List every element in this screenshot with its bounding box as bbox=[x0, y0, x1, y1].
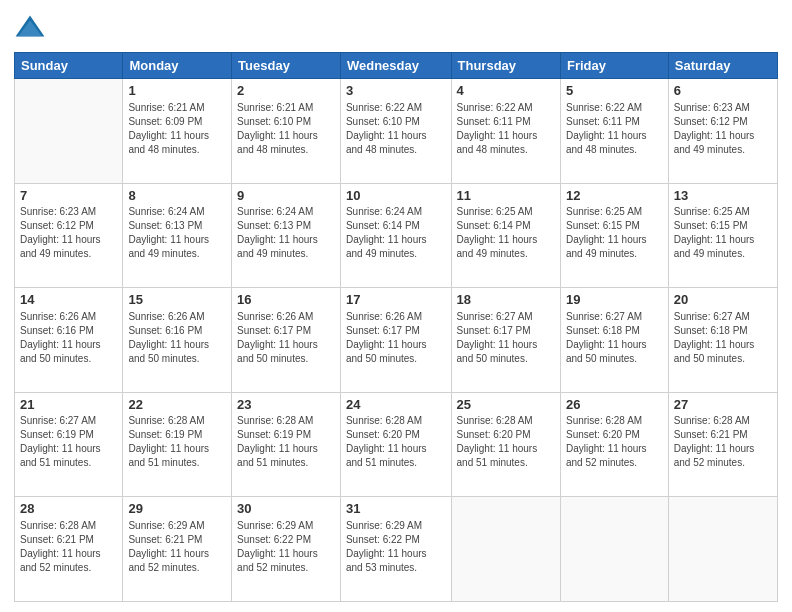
day-info: Sunrise: 6:26 AM Sunset: 6:16 PM Dayligh… bbox=[128, 310, 226, 366]
day-info: Sunrise: 6:23 AM Sunset: 6:12 PM Dayligh… bbox=[20, 205, 117, 261]
calendar-cell: 5Sunrise: 6:22 AM Sunset: 6:11 PM Daylig… bbox=[560, 79, 668, 184]
calendar-cell: 31Sunrise: 6:29 AM Sunset: 6:22 PM Dayli… bbox=[340, 497, 451, 602]
day-info: Sunrise: 6:25 AM Sunset: 6:15 PM Dayligh… bbox=[566, 205, 663, 261]
day-info: Sunrise: 6:26 AM Sunset: 6:17 PM Dayligh… bbox=[346, 310, 446, 366]
calendar-cell: 28Sunrise: 6:28 AM Sunset: 6:21 PM Dayli… bbox=[15, 497, 123, 602]
week-row-3: 21Sunrise: 6:27 AM Sunset: 6:19 PM Dayli… bbox=[15, 392, 778, 497]
day-number: 17 bbox=[346, 291, 446, 309]
calendar-cell: 21Sunrise: 6:27 AM Sunset: 6:19 PM Dayli… bbox=[15, 392, 123, 497]
day-number: 23 bbox=[237, 396, 335, 414]
day-info: Sunrise: 6:24 AM Sunset: 6:13 PM Dayligh… bbox=[237, 205, 335, 261]
day-info: Sunrise: 6:25 AM Sunset: 6:15 PM Dayligh… bbox=[674, 205, 772, 261]
day-number: 3 bbox=[346, 82, 446, 100]
calendar-cell: 7Sunrise: 6:23 AM Sunset: 6:12 PM Daylig… bbox=[15, 183, 123, 288]
day-info: Sunrise: 6:23 AM Sunset: 6:12 PM Dayligh… bbox=[674, 101, 772, 157]
col-header-monday: Monday bbox=[123, 53, 232, 79]
day-info: Sunrise: 6:27 AM Sunset: 6:18 PM Dayligh… bbox=[566, 310, 663, 366]
day-number: 13 bbox=[674, 187, 772, 205]
day-info: Sunrise: 6:29 AM Sunset: 6:22 PM Dayligh… bbox=[237, 519, 335, 575]
day-info: Sunrise: 6:28 AM Sunset: 6:19 PM Dayligh… bbox=[237, 414, 335, 470]
calendar-cell: 17Sunrise: 6:26 AM Sunset: 6:17 PM Dayli… bbox=[340, 288, 451, 393]
day-number: 4 bbox=[457, 82, 555, 100]
calendar-cell: 1Sunrise: 6:21 AM Sunset: 6:09 PM Daylig… bbox=[123, 79, 232, 184]
day-number: 25 bbox=[457, 396, 555, 414]
calendar-cell: 8Sunrise: 6:24 AM Sunset: 6:13 PM Daylig… bbox=[123, 183, 232, 288]
calendar-cell: 22Sunrise: 6:28 AM Sunset: 6:19 PM Dayli… bbox=[123, 392, 232, 497]
col-header-wednesday: Wednesday bbox=[340, 53, 451, 79]
col-header-tuesday: Tuesday bbox=[232, 53, 341, 79]
week-row-4: 28Sunrise: 6:28 AM Sunset: 6:21 PM Dayli… bbox=[15, 497, 778, 602]
calendar-cell: 20Sunrise: 6:27 AM Sunset: 6:18 PM Dayli… bbox=[668, 288, 777, 393]
week-row-2: 14Sunrise: 6:26 AM Sunset: 6:16 PM Dayli… bbox=[15, 288, 778, 393]
calendar-cell bbox=[668, 497, 777, 602]
calendar-cell: 18Sunrise: 6:27 AM Sunset: 6:17 PM Dayli… bbox=[451, 288, 560, 393]
day-number: 18 bbox=[457, 291, 555, 309]
day-info: Sunrise: 6:21 AM Sunset: 6:10 PM Dayligh… bbox=[237, 101, 335, 157]
week-row-0: 1Sunrise: 6:21 AM Sunset: 6:09 PM Daylig… bbox=[15, 79, 778, 184]
calendar-cell: 11Sunrise: 6:25 AM Sunset: 6:14 PM Dayli… bbox=[451, 183, 560, 288]
header bbox=[14, 10, 778, 46]
day-info: Sunrise: 6:22 AM Sunset: 6:11 PM Dayligh… bbox=[566, 101, 663, 157]
day-number: 26 bbox=[566, 396, 663, 414]
day-number: 15 bbox=[128, 291, 226, 309]
day-info: Sunrise: 6:21 AM Sunset: 6:09 PM Dayligh… bbox=[128, 101, 226, 157]
day-info: Sunrise: 6:28 AM Sunset: 6:20 PM Dayligh… bbox=[566, 414, 663, 470]
logo-icon bbox=[14, 14, 46, 46]
day-number: 6 bbox=[674, 82, 772, 100]
day-info: Sunrise: 6:22 AM Sunset: 6:11 PM Dayligh… bbox=[457, 101, 555, 157]
day-number: 27 bbox=[674, 396, 772, 414]
calendar-cell: 24Sunrise: 6:28 AM Sunset: 6:20 PM Dayli… bbox=[340, 392, 451, 497]
day-number: 21 bbox=[20, 396, 117, 414]
day-number: 30 bbox=[237, 500, 335, 518]
day-number: 28 bbox=[20, 500, 117, 518]
week-row-1: 7Sunrise: 6:23 AM Sunset: 6:12 PM Daylig… bbox=[15, 183, 778, 288]
day-info: Sunrise: 6:27 AM Sunset: 6:19 PM Dayligh… bbox=[20, 414, 117, 470]
day-info: Sunrise: 6:29 AM Sunset: 6:21 PM Dayligh… bbox=[128, 519, 226, 575]
calendar-cell: 26Sunrise: 6:28 AM Sunset: 6:20 PM Dayli… bbox=[560, 392, 668, 497]
day-info: Sunrise: 6:26 AM Sunset: 6:17 PM Dayligh… bbox=[237, 310, 335, 366]
day-info: Sunrise: 6:28 AM Sunset: 6:19 PM Dayligh… bbox=[128, 414, 226, 470]
day-number: 9 bbox=[237, 187, 335, 205]
day-number: 14 bbox=[20, 291, 117, 309]
calendar-cell: 25Sunrise: 6:28 AM Sunset: 6:20 PM Dayli… bbox=[451, 392, 560, 497]
calendar-cell: 30Sunrise: 6:29 AM Sunset: 6:22 PM Dayli… bbox=[232, 497, 341, 602]
calendar-cell: 16Sunrise: 6:26 AM Sunset: 6:17 PM Dayli… bbox=[232, 288, 341, 393]
calendar-cell: 6Sunrise: 6:23 AM Sunset: 6:12 PM Daylig… bbox=[668, 79, 777, 184]
day-number: 16 bbox=[237, 291, 335, 309]
day-info: Sunrise: 6:27 AM Sunset: 6:17 PM Dayligh… bbox=[457, 310, 555, 366]
day-info: Sunrise: 6:26 AM Sunset: 6:16 PM Dayligh… bbox=[20, 310, 117, 366]
day-info: Sunrise: 6:22 AM Sunset: 6:10 PM Dayligh… bbox=[346, 101, 446, 157]
day-number: 12 bbox=[566, 187, 663, 205]
calendar-table: SundayMondayTuesdayWednesdayThursdayFrid… bbox=[14, 52, 778, 602]
calendar-header-row: SundayMondayTuesdayWednesdayThursdayFrid… bbox=[15, 53, 778, 79]
calendar-cell: 2Sunrise: 6:21 AM Sunset: 6:10 PM Daylig… bbox=[232, 79, 341, 184]
calendar-cell bbox=[15, 79, 123, 184]
day-number: 19 bbox=[566, 291, 663, 309]
col-header-sunday: Sunday bbox=[15, 53, 123, 79]
day-number: 24 bbox=[346, 396, 446, 414]
calendar-cell: 23Sunrise: 6:28 AM Sunset: 6:19 PM Dayli… bbox=[232, 392, 341, 497]
calendar-cell: 15Sunrise: 6:26 AM Sunset: 6:16 PM Dayli… bbox=[123, 288, 232, 393]
calendar-cell bbox=[560, 497, 668, 602]
day-info: Sunrise: 6:27 AM Sunset: 6:18 PM Dayligh… bbox=[674, 310, 772, 366]
calendar-cell bbox=[451, 497, 560, 602]
day-number: 1 bbox=[128, 82, 226, 100]
day-info: Sunrise: 6:29 AM Sunset: 6:22 PM Dayligh… bbox=[346, 519, 446, 575]
day-info: Sunrise: 6:24 AM Sunset: 6:13 PM Dayligh… bbox=[128, 205, 226, 261]
calendar-cell: 10Sunrise: 6:24 AM Sunset: 6:14 PM Dayli… bbox=[340, 183, 451, 288]
calendar-cell: 9Sunrise: 6:24 AM Sunset: 6:13 PM Daylig… bbox=[232, 183, 341, 288]
page: SundayMondayTuesdayWednesdayThursdayFrid… bbox=[0, 0, 792, 612]
day-info: Sunrise: 6:28 AM Sunset: 6:20 PM Dayligh… bbox=[457, 414, 555, 470]
logo bbox=[14, 14, 48, 46]
col-header-saturday: Saturday bbox=[668, 53, 777, 79]
day-number: 7 bbox=[20, 187, 117, 205]
calendar-cell: 12Sunrise: 6:25 AM Sunset: 6:15 PM Dayli… bbox=[560, 183, 668, 288]
calendar-cell: 19Sunrise: 6:27 AM Sunset: 6:18 PM Dayli… bbox=[560, 288, 668, 393]
day-number: 8 bbox=[128, 187, 226, 205]
calendar-cell: 4Sunrise: 6:22 AM Sunset: 6:11 PM Daylig… bbox=[451, 79, 560, 184]
day-info: Sunrise: 6:24 AM Sunset: 6:14 PM Dayligh… bbox=[346, 205, 446, 261]
calendar-cell: 29Sunrise: 6:29 AM Sunset: 6:21 PM Dayli… bbox=[123, 497, 232, 602]
day-number: 5 bbox=[566, 82, 663, 100]
col-header-thursday: Thursday bbox=[451, 53, 560, 79]
day-info: Sunrise: 6:25 AM Sunset: 6:14 PM Dayligh… bbox=[457, 205, 555, 261]
